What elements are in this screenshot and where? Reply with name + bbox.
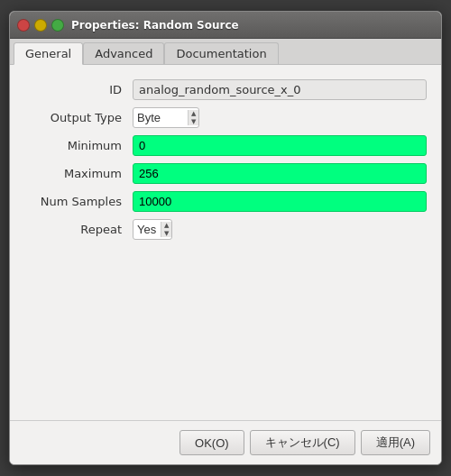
repeat-label: Repeat bbox=[24, 223, 133, 236]
output-type-label: Output Type bbox=[24, 111, 133, 124]
cancel-button[interactable]: キャンセル(C) bbox=[250, 430, 355, 455]
id-label: ID bbox=[24, 83, 133, 96]
output-type-select-wrapper[interactable]: Byte Short Int Float Complex ▲ ▼ bbox=[133, 107, 199, 128]
num-samples-control bbox=[133, 191, 427, 212]
apply-button[interactable]: 適用(A) bbox=[361, 430, 430, 455]
maximum-control bbox=[133, 163, 427, 184]
output-type-control: Byte Short Int Float Complex ▲ ▼ bbox=[133, 107, 427, 128]
form-content: ID analog_random_source_x_0 Output Type … bbox=[10, 65, 441, 420]
maximize-button[interactable] bbox=[51, 19, 64, 32]
tab-advanced[interactable]: Advanced bbox=[83, 42, 164, 64]
id-row: ID analog_random_source_x_0 bbox=[24, 79, 427, 100]
num-samples-label: Num Samples bbox=[24, 195, 133, 208]
repeat-arrow-up-icon: ▲ bbox=[164, 222, 169, 229]
minimum-control bbox=[133, 135, 427, 156]
maximum-field[interactable] bbox=[133, 163, 427, 184]
titlebar: Properties: Random Source bbox=[10, 12, 441, 39]
repeat-arrows[interactable]: ▲ ▼ bbox=[161, 222, 171, 237]
main-window: Properties: Random Source General Advanc… bbox=[9, 11, 442, 465]
repeat-control: Yes No ▲ ▼ bbox=[133, 219, 427, 240]
minimum-row: Minimum bbox=[24, 135, 427, 156]
repeat-arrow-down-icon: ▼ bbox=[164, 230, 169, 237]
minimize-button[interactable] bbox=[34, 19, 47, 32]
num-samples-row: Num Samples bbox=[24, 191, 427, 212]
form-table: ID analog_random_source_x_0 Output Type … bbox=[24, 79, 427, 240]
minimum-label: Minimum bbox=[24, 139, 133, 152]
output-type-row: Output Type Byte Short Int Float Complex… bbox=[24, 107, 427, 128]
footer: OK(O) キャンセル(C) 適用(A) bbox=[10, 420, 441, 464]
repeat-row: Repeat Yes No ▲ ▼ bbox=[24, 219, 427, 240]
arrow-down-icon: ▼ bbox=[191, 118, 196, 125]
arrow-up-icon: ▲ bbox=[191, 110, 196, 117]
minimum-field[interactable] bbox=[133, 135, 427, 156]
close-button[interactable] bbox=[17, 19, 30, 32]
tab-documentation[interactable]: Documentation bbox=[164, 42, 278, 64]
repeat-select[interactable]: Yes No bbox=[133, 220, 161, 239]
ok-button[interactable]: OK(O) bbox=[179, 430, 244, 455]
tab-bar: General Advanced Documentation bbox=[10, 39, 441, 65]
window-buttons bbox=[17, 19, 64, 32]
repeat-select-wrapper[interactable]: Yes No ▲ ▼ bbox=[133, 219, 172, 240]
id-field: analog_random_source_x_0 bbox=[133, 79, 427, 100]
output-type-select[interactable]: Byte Short Int Float Complex bbox=[133, 108, 188, 127]
tab-general[interactable]: General bbox=[14, 42, 83, 65]
num-samples-field[interactable] bbox=[133, 191, 427, 212]
maximum-label: Maximum bbox=[24, 167, 133, 180]
window-title: Properties: Random Source bbox=[71, 19, 239, 32]
id-control: analog_random_source_x_0 bbox=[133, 79, 427, 100]
maximum-row: Maximum bbox=[24, 163, 427, 184]
content-spacer bbox=[24, 247, 427, 409]
output-type-arrows[interactable]: ▲ ▼ bbox=[188, 110, 198, 125]
